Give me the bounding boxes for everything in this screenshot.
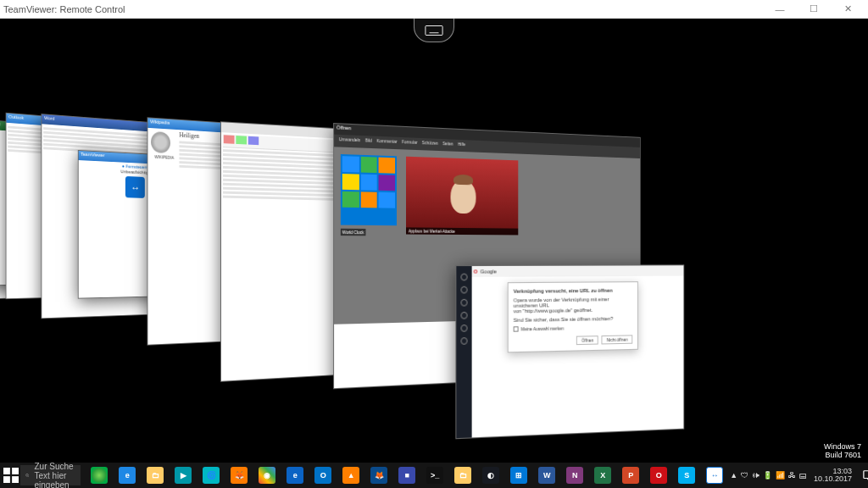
taskbar-app-waterfox[interactable]: 🦊 [365,464,392,486]
taskbar-app-wmplayer[interactable]: ▶ [170,464,197,486]
winapp-icon: ⊞ [510,467,527,484]
dialog-text: Sind Sie sicher, dass Sie sie öffnen möc… [514,316,633,324]
taskbar-app-chrome[interactable]: ◉ [253,464,281,486]
opera-icon: O [650,467,667,484]
taskbar-app-edge[interactable]: e [281,464,309,486]
svg-rect-10 [3,476,10,483]
tray-icons: ▲🛡🕪🔋📶🖧🖴 [730,471,807,480]
host-title: TeamViewer: Remote Control [3,4,763,14]
powerpoint-icon: P [622,467,639,484]
windows-watermark: Windows 7 Build 7601 [824,442,861,459]
tray-icon[interactable]: 🖴 [799,471,807,480]
svg-rect-11 [12,476,19,483]
opera-logo-icon: O [474,269,478,274]
url-warning-dialog: Verknüpfung versucht, eine URL zu öffnen… [508,281,638,352]
taskbar-app-firefox[interactable]: 🦊 [225,464,253,486]
taskbar-app-excel[interactable]: X [589,464,616,486]
sidebar-icon[interactable] [460,274,467,281]
video-thumbnail[interactable]: Applaus bei Merkel-Attacke [406,157,518,236]
tray-icon[interactable]: 🛡 [741,471,748,480]
notification-icon [863,469,868,481]
onenote-icon: N [566,467,583,484]
tray-icon[interactable]: ▲ [730,471,737,480]
taskbar-app-powerpoint[interactable]: P [617,464,644,486]
search-box[interactable]: Zur Suche Text hier eingeben [20,465,81,485]
ribbon-tab[interactable]: Schützen [422,140,438,149]
sidebar-icon[interactable] [460,337,467,345]
taskbar-app-outlook[interactable]: O [309,464,337,486]
taskbar-app-folder[interactable]: 🗀 [449,464,476,486]
vlc-icon: ▲ [342,467,359,484]
remember-choice-checkbox[interactable]: Meine Auswahl merken [514,324,633,332]
close-button[interactable]: ✕ [831,3,865,14]
host-titlebar: TeamViewer: Remote Control — ☐ ✕ [0,0,868,19]
explorer-icon: 🗀 [147,467,164,484]
taskbar-clock[interactable]: 13:03 10.10.2017 [814,468,852,484]
ie-icon: e [119,467,136,484]
svg-line-13 [28,476,29,477]
edge-icon: e [287,467,303,484]
taskbar-app-vlc[interactable]: ▲ [337,464,364,486]
taskbar-app-onenote[interactable]: N [561,464,588,486]
sidebar-icon[interactable] [460,324,467,332]
windows-logo-icon [3,468,19,483]
teamviewer-logo-icon: ↔ [125,176,145,198]
flip3d-window-opera[interactable]: O Google Verknüpfung versucht, eine URL … [455,264,684,439]
start-tiles [341,154,397,225]
dialog-dont-open-button[interactable]: Nicht öffnen [602,335,632,344]
sidebar-icon[interactable] [460,312,467,319]
chrome-icon: ◉ [259,467,275,484]
word-icon: W [538,467,555,484]
taskbar-app-steam[interactable]: ◐ [477,464,504,486]
start-button[interactable] [3,464,19,486]
ribbon-tab[interactable]: Umwandeln [339,136,360,146]
sidebar-icon[interactable] [460,286,467,294]
person-icon [451,180,476,214]
taskbar-app-teamviewer[interactable]: ↔ [701,464,728,486]
taskbar-app-winapp[interactable]: ⊞ [505,464,532,486]
svg-rect-8 [3,468,10,474]
taskbar-app-app[interactable]: ■ [393,464,420,486]
ribbon-tab[interactable]: Hilfe [458,141,465,150]
wikipedia-logo-icon [151,131,170,153]
tray-icon[interactable]: 🖧 [788,471,796,480]
wmplayer-icon: ▶ [175,467,192,484]
taskbar-app-skype[interactable]: S [673,464,700,486]
svg-point-12 [26,474,29,476]
skype-icon: S [678,467,695,484]
opera-sidebar [456,266,471,438]
start-aero-icon [91,467,108,484]
tray-icon[interactable]: 🕪 [752,471,760,480]
taskbar-app-opera[interactable]: O [645,464,672,486]
flip3d-stage: Microsoft Excel Outlook Word TeamViewer … [0,19,868,488]
tray-icon[interactable]: 📶 [776,471,785,480]
svg-rect-14 [864,471,868,479]
ribbon-tab[interactable]: Kommentar [376,138,397,147]
taskbar-app-word[interactable]: W [533,464,560,486]
dialog-title: Verknüpfung versucht, eine URL zu öffnen [514,287,633,294]
svg-rect-9 [12,468,19,474]
dialog-text: von "http://www.google.de" geöffnet. [514,307,633,313]
checkbox-icon [514,326,519,331]
search-placeholder: Zur Suche Text hier eingeben [34,462,75,489]
search-icon [25,470,29,480]
taskbar-app-ie[interactable]: e [114,464,141,486]
dialog-open-button[interactable]: Öffnen [576,336,598,345]
app-icon: ■ [398,467,415,484]
host-window: TeamViewer: Remote Control — ☐ ✕ Microso… [0,0,868,488]
firefox-icon: 🦊 [231,467,248,484]
taskbar-app-explorer[interactable]: 🗀 [142,464,169,486]
maximize-button[interactable]: ☐ [797,3,831,14]
ribbon-tab[interactable]: Formular [402,139,417,148]
taskbar-app-start-aero[interactable] [86,464,113,486]
browser-tab[interactable]: Google [480,269,496,274]
tray-icon[interactable]: 🔋 [763,471,772,480]
taskbar-app-cmd[interactable]: >_ [421,464,448,486]
minimize-button[interactable]: — [763,4,797,14]
sidebar-icon[interactable] [460,299,467,307]
ribbon-tab[interactable]: Seiten [442,141,453,150]
store-icon: 🌀 [203,467,220,484]
ribbon-tab[interactable]: Bild [365,137,372,147]
taskbar-app-store[interactable]: 🌀 [198,464,225,486]
action-center-button[interactable] [859,464,868,486]
